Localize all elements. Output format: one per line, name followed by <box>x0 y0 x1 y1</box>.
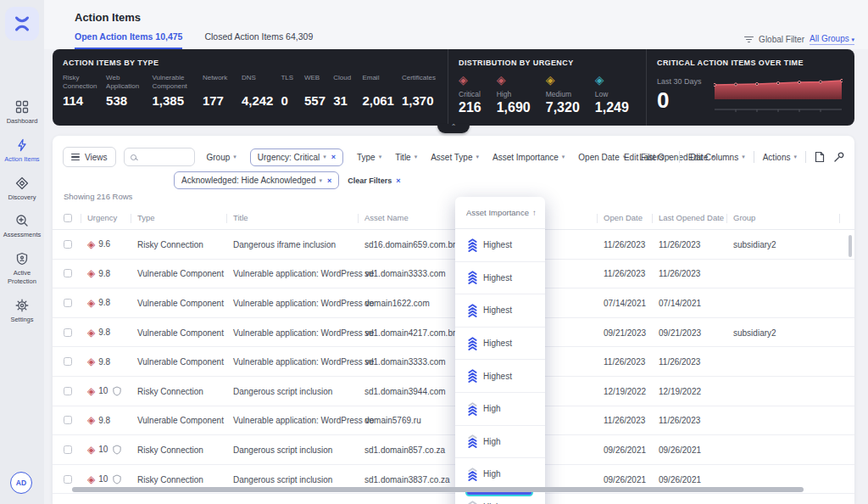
row-checkbox[interactable] <box>64 475 72 484</box>
views-button[interactable]: Views <box>63 147 116 167</box>
cell-title: Dangerous script inclusion <box>233 445 332 454</box>
cell-type: Vulnerable Component <box>137 357 224 367</box>
row-checkbox[interactable] <box>64 357 72 366</box>
filter-asset-importance[interactable]: Asset Importance▾ <box>492 153 565 162</box>
user-avatar[interactable]: AD <box>10 472 32 494</box>
sidebar-item-assessments[interactable]: Assessments <box>0 214 44 239</box>
global-filter-label: Global Filter <box>759 35 804 44</box>
cell-open-date: 11/26/2023 <box>604 269 645 278</box>
filter-chip-acknowledged[interactable]: Acknowledged: Hide Acknowledged▾× <box>174 171 339 189</box>
table-row[interactable]: ◈9.8 Vulnerable Component Vulnerable app… <box>53 347 854 377</box>
shield-icon <box>113 445 121 455</box>
row-checkbox[interactable] <box>64 416 72 424</box>
edit-filters-button[interactable]: Edit Filters▾ <box>624 153 670 162</box>
row-checkbox[interactable] <box>64 445 72 454</box>
importance-cell: Highest <box>455 229 545 262</box>
row-checkbox[interactable] <box>64 269 72 277</box>
column-header-asset-name[interactable]: Asset Name <box>364 213 409 222</box>
cell-title: Dangerous script inclusion <box>233 474 332 484</box>
sidebar-item-label: Dashboard <box>7 117 38 126</box>
shield-person-icon <box>15 252 29 266</box>
x-logo-icon <box>12 14 32 34</box>
sort-asc-icon: ↑ <box>532 208 537 217</box>
table-row[interactable]: ◈10 Risky Connection Dangerous script in… <box>53 377 854 406</box>
select-all-checkbox[interactable] <box>64 214 72 222</box>
wrench-icon[interactable] <box>833 152 844 163</box>
sidebar-item-action-items[interactable]: Action Items <box>0 138 44 164</box>
importance-cell: High <box>455 426 545 459</box>
tab-open-action-items[interactable]: Open Action Items 10,475 <box>75 31 182 49</box>
time-big-value: 0 <box>657 89 702 111</box>
critical-over-time-sparkline <box>714 74 843 116</box>
row-checkbox[interactable] <box>64 240 72 249</box>
hamburger-icon <box>71 154 80 160</box>
sidebar-item-discovery[interactable]: Discovery <box>0 176 44 202</box>
filter-group[interactable]: Group▾ <box>207 153 236 162</box>
column-header-open-date[interactable]: Open Date <box>604 213 643 222</box>
stat-vulnerable-component: Vulnerable Component1,385 <box>152 74 194 108</box>
filter-asset-type[interactable]: Asset Type▾ <box>431 153 479 162</box>
group-selector[interactable]: All Groups ▾ <box>810 34 854 45</box>
row-checkbox[interactable] <box>64 299 72 307</box>
table-row[interactable]: ◈9.8 Vulnerable Component Vulnerable app… <box>53 318 854 348</box>
diamond-icon: ◈ <box>459 74 481 86</box>
sidebar-item-settings[interactable]: Settings <box>0 299 44 324</box>
actions-button[interactable]: Actions▾ <box>763 153 797 162</box>
sidebar-item-active-protection[interactable]: Active Protection <box>0 252 44 286</box>
column-header-last-opened-date[interactable]: Last Opened Date <box>659 213 724 222</box>
diamond-icon: ◈ <box>595 74 629 86</box>
export-file-icon[interactable] <box>815 151 825 163</box>
stats-by-type: ACTION ITEMS BY TYPE Risky Connection114… <box>53 49 448 126</box>
importance-cell: Highest <box>455 360 545 393</box>
sidebar-item-label: Discovery <box>8 193 36 202</box>
stat-cloud: Cloud31 <box>333 74 354 108</box>
filter-toolbar: Views Group▾ Urgency: Critical▾× Type▾ T… <box>53 136 854 188</box>
cell-last-opened-date: 11/26/2023 <box>659 269 700 278</box>
remove-filter-icon[interactable]: × <box>331 153 336 161</box>
cell-last-opened-date: 12/19/2022 <box>659 386 701 395</box>
tab-closed-action-items[interactable]: Closed Action Items 64,309 <box>204 31 313 49</box>
chevron-down-icon: ▾ <box>415 154 418 160</box>
stats-collapse-handle[interactable]: ⌃ <box>437 124 470 133</box>
filter-type[interactable]: Type▾ <box>357 153 381 162</box>
table-row[interactable]: ◈9.8 Vulnerable Component Vulnerable app… <box>53 288 854 318</box>
filter-open-date[interactable]: Open Date▾ <box>578 153 626 162</box>
column-header-urgency[interactable]: Urgency <box>87 213 117 222</box>
table-row[interactable]: ◈9.6 Risky Connection Dangerous iframe i… <box>53 230 854 260</box>
table-row[interactable]: ◈9.8 Vulnerable Component Vulnerable app… <box>53 260 854 289</box>
filter-title[interactable]: Title▾ <box>395 153 417 162</box>
floating-column-asset-importance[interactable]: Asset Importance ↑ Highest Highest Highe… <box>455 197 545 504</box>
cell-title: Dangerous script inclusion <box>233 386 332 395</box>
app-logo[interactable] <box>5 7 39 41</box>
stat-critical: ◈Critical216 <box>459 74 481 115</box>
cell-last-opened-date: 09/26/2021 <box>659 474 701 484</box>
dashboard-icon <box>15 100 29 114</box>
chevron-down-icon: ▾ <box>742 154 745 160</box>
filter-chip-urgency-critical[interactable]: Urgency: Critical▾× <box>250 148 343 166</box>
column-header-group[interactable]: Group <box>733 213 755 222</box>
row-checkbox[interactable] <box>64 328 72 337</box>
search-input[interactable] <box>124 148 195 166</box>
cell-asset-name: sd1.domain3333.com <box>364 357 446 367</box>
cell-type: Vulnerable Component <box>137 328 224 337</box>
horizontal-scrollbar[interactable] <box>72 487 804 492</box>
row-checkbox[interactable] <box>64 387 72 395</box>
sidebar-item-dashboard[interactable]: Dashboard <box>0 100 44 126</box>
column-header-type[interactable]: Type <box>137 213 155 222</box>
urgency-diamond-icon: ◈ <box>87 356 95 367</box>
floating-column-header[interactable]: Asset Importance ↑ <box>455 197 545 229</box>
edit-columns-button[interactable]: Edit Columns▾ <box>688 153 745 162</box>
column-header-title[interactable]: Title <box>233 213 248 222</box>
remove-filter-icon[interactable]: × <box>327 176 331 185</box>
page-title: Action Items <box>75 11 141 24</box>
clear-filters-button[interactable]: Clear Filters× <box>348 176 400 185</box>
table-row[interactable]: ◈9.8 Vulnerable Component Vulnerable app… <box>53 406 854 436</box>
table-row[interactable]: ◈10 Risky Connection Dangerous script in… <box>53 435 854 465</box>
cell-title: Vulnerable application: WordPress ve <box>233 269 374 278</box>
cell-title: Vulnerable application: WordPress ve <box>233 416 374 425</box>
cell-open-date: 09/21/2023 <box>604 328 646 337</box>
vertical-scrollbar[interactable] <box>849 235 853 257</box>
sidebar-item-label: Active Protection <box>0 269 44 286</box>
chevron-stack-icon <box>468 402 477 416</box>
chevron-stack-icon <box>468 501 477 504</box>
